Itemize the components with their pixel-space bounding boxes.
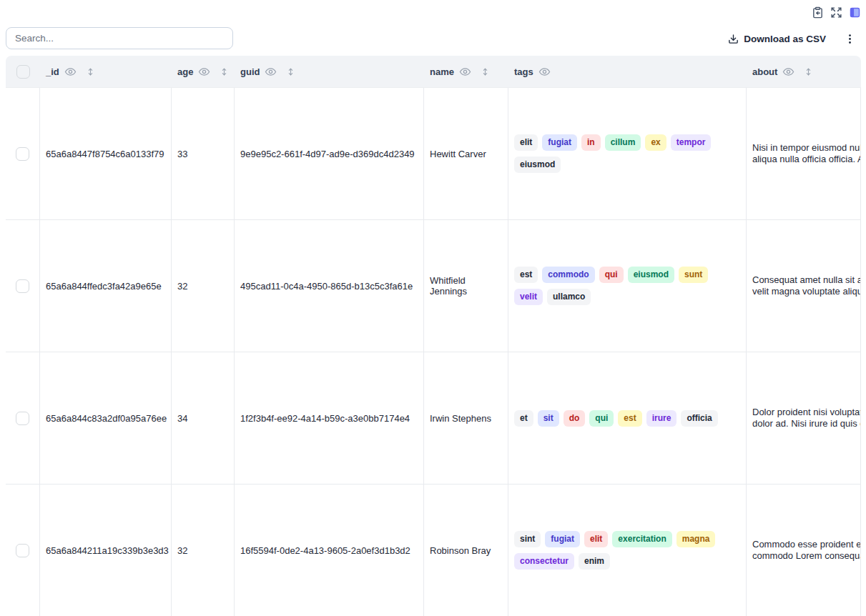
column-label-id: _id <box>46 66 59 77</box>
cell-about: Consequat amet nulla sit aute velit magn… <box>747 220 861 352</box>
column-label-age: age <box>177 66 193 77</box>
tag-chip: officia <box>681 410 717 427</box>
about-text: velit magna voluptate aliquip <box>752 286 861 297</box>
table-row: 65a6a844ffedc3fa42a9e65e 32 495cad11-0c4… <box>6 220 861 352</box>
eye-icon[interactable] <box>64 66 77 78</box>
about-text: Dolor proident nisi voluptate <box>752 407 861 418</box>
cell-guid: 495cad11-0c4a-4950-865d-b13c5c3fa61e <box>235 220 424 352</box>
cell-tags: sint fugiat elit exercitation magna cons… <box>508 485 747 616</box>
cell-id: 65a6a8447f8754c6a0133f79 <box>40 88 172 219</box>
table-header-row: _id age guid name tags about <box>6 56 861 88</box>
sort-icon[interactable] <box>86 66 95 77</box>
column-label-guid: guid <box>240 66 260 77</box>
tag-chip: elit <box>514 134 538 151</box>
tag-chip: eiusmod <box>628 267 674 283</box>
cell-guid: 1f2f3b4f-ee92-4a14-b59c-a3e0bb7174e4 <box>235 352 424 484</box>
row-checkbox[interactable] <box>16 279 29 293</box>
tag-chip: fugiat <box>542 134 577 151</box>
tag-chip: magna <box>676 531 716 547</box>
eye-icon[interactable] <box>538 66 551 78</box>
cell-about: Dolor proident nisi voluptate dolor ad. … <box>747 352 861 484</box>
table-row: 65a6a8447f8754c6a0133f79 33 9e9e95c2-661… <box>6 88 861 220</box>
column-header-about[interactable]: about <box>747 56 861 87</box>
tag-chip: et <box>514 410 533 427</box>
cell-guid: 9e9e95c2-661f-4d97-ad9e-d369dc4d2349 <box>235 88 424 219</box>
tag-chip: ex <box>645 134 666 151</box>
cell-age: 34 <box>172 352 235 484</box>
row-checkbox-cell <box>6 485 40 616</box>
about-text: dolor ad. Nisi irure id quis ex <box>752 418 861 429</box>
tag-chip: qui <box>599 267 624 283</box>
eye-icon[interactable] <box>265 66 277 78</box>
row-checkbox[interactable] <box>16 412 29 425</box>
data-table: _id age guid name tags about <box>6 56 861 616</box>
row-checkbox[interactable] <box>16 544 29 557</box>
select-all-checkbox[interactable] <box>16 65 30 79</box>
tag-chip: tempor <box>671 134 712 151</box>
row-checkbox-cell <box>6 88 40 219</box>
tag-chip: est <box>618 410 641 427</box>
cell-id: 65a6a844c83a2df0a95a76ee <box>40 352 172 484</box>
tag-chip: fugiat <box>545 531 580 547</box>
tag-chip: sunt <box>679 267 708 283</box>
sort-icon[interactable] <box>220 66 229 77</box>
layout-panel-icon[interactable] <box>849 6 861 19</box>
row-checkbox-cell <box>6 352 40 484</box>
sort-icon[interactable] <box>804 66 813 77</box>
cell-guid: 16f5594f-0de2-4a13-9605-2a0ef3d1b3d2 <box>235 485 424 616</box>
column-header-tags[interactable]: tags <box>508 56 747 87</box>
cell-about: Commodo esse proident exce commodo Lorem… <box>747 485 861 616</box>
tag-chip: qui <box>589 410 614 427</box>
tag-chip: est <box>514 267 538 283</box>
column-label-about: about <box>752 66 777 77</box>
column-header-age[interactable]: age <box>172 56 235 87</box>
tag-chip: enim <box>579 553 610 570</box>
column-header-guid[interactable]: guid <box>235 56 424 87</box>
column-label-tags: tags <box>514 66 533 77</box>
kebab-menu-icon[interactable] <box>843 32 856 45</box>
top-toolbar <box>812 6 861 19</box>
download-csv-button[interactable]: Download as CSV <box>728 34 826 44</box>
tag-chip: sint <box>514 531 541 547</box>
column-header-id[interactable]: _id <box>40 56 172 87</box>
tag-chip: irure <box>646 410 677 427</box>
column-label-name: name <box>430 66 454 77</box>
table-row: 65a6a844211a19c339b3e3d3 32 16f5594f-0de… <box>6 485 861 616</box>
eye-icon[interactable] <box>459 66 471 78</box>
tag-chip: consectetur <box>514 553 574 570</box>
sort-icon[interactable] <box>481 66 490 77</box>
clipboard-paste-icon[interactable] <box>812 6 824 19</box>
cell-about: Nisi in tempor eiusmod nulla aliqua null… <box>747 88 861 219</box>
search-input[interactable] <box>6 27 233 49</box>
cell-age: 32 <box>172 485 235 616</box>
download-csv-label: Download as CSV <box>744 34 826 44</box>
cell-name: Whitfield Jennings <box>424 220 508 352</box>
tag-chip: sit <box>538 410 559 427</box>
column-header-name[interactable]: name <box>424 56 508 87</box>
cell-age: 32 <box>172 220 235 352</box>
about-text: commodo Lorem consequat <box>752 550 861 562</box>
about-text: aliqua nulla officia officia. Ad <box>752 154 861 165</box>
cell-id: 65a6a844ffedc3fa42a9e65e <box>40 220 172 352</box>
cell-id: 65a6a844211a19c339b3e3d3 <box>40 485 172 616</box>
tag-chip: velit <box>514 289 543 305</box>
eye-icon[interactable] <box>198 66 210 78</box>
cell-tags: elit fugiat in cillum ex tempor eiusmod <box>508 88 747 219</box>
row-checkbox[interactable] <box>16 147 29 161</box>
about-text: Consequat amet nulla sit aute <box>752 274 861 286</box>
tag-chip: do <box>564 410 586 427</box>
cell-age: 33 <box>172 88 235 219</box>
tag-chip: commodo <box>542 267 594 283</box>
cell-name: Hewitt Carver <box>424 88 508 219</box>
cell-name: Robinson Bray <box>424 485 508 616</box>
expand-icon[interactable] <box>830 6 842 19</box>
header-checkbox-cell <box>6 56 40 87</box>
tag-chip: cillum <box>605 134 641 151</box>
row-checkbox-cell <box>6 220 40 352</box>
tag-chip: elit <box>584 531 608 547</box>
eye-icon[interactable] <box>782 66 794 78</box>
about-text: Nisi in tempor eiusmod nulla <box>752 142 861 154</box>
download-icon <box>728 34 739 44</box>
table-row: 65a6a844c83a2df0a95a76ee 34 1f2f3b4f-ee9… <box>6 352 861 485</box>
sort-icon[interactable] <box>286 66 295 77</box>
